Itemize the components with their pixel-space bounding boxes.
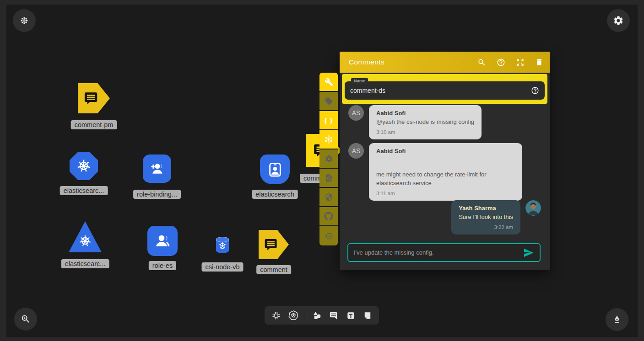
panel-title: Comments <box>349 58 477 66</box>
permissions-button[interactable] <box>319 188 338 207</box>
storage-cylinder-icon <box>215 236 230 254</box>
github-icon <box>324 212 333 221</box>
pen-nib-icon <box>612 314 622 325</box>
chat-bubble-icon <box>263 236 279 253</box>
comment-node-icon <box>78 83 110 113</box>
message-bubble: Aabid Sofi @yash the csi-node is missing… <box>369 105 482 139</box>
node-label: comment <box>256 265 291 274</box>
message-bubble: Aabid Sofi me might need to change the r… <box>369 143 522 201</box>
search-icon <box>477 58 486 67</box>
node-label: elasticsearc... <box>60 186 108 195</box>
name-field[interactable]: Name <box>345 81 545 100</box>
node-label: role-binding... <box>133 190 181 199</box>
id-badge-icon <box>266 160 284 179</box>
label-tool-button[interactable] <box>319 92 338 111</box>
wrench-icon <box>325 78 333 86</box>
json-config-button[interactable]: { } <box>319 111 338 130</box>
annotation-pen-button[interactable] <box>606 308 628 331</box>
name-field-section: Name <box>342 74 547 104</box>
node-elasticsearch-octagon[interactable]: elasticsearc... <box>70 152 98 180</box>
settings-button[interactable] <box>607 9 630 32</box>
user-photo <box>525 200 541 216</box>
comments-panel-header[interactable]: Comments <box>340 52 550 73</box>
node-settings-button[interactable] <box>319 149 338 169</box>
meshsync-button[interactable] <box>319 130 338 149</box>
role-binding-node-icon <box>143 155 171 183</box>
kubernetes-icon <box>288 310 299 321</box>
braces-icon: { } <box>325 117 333 124</box>
zoom-button[interactable] <box>14 308 37 330</box>
canvas-bottom-toolbar <box>265 306 379 325</box>
chat-message: AS Aabid Sofi me might need to change th… <box>348 143 522 201</box>
text-tool-button[interactable] <box>346 310 356 321</box>
node-action-toolbar: { } <box>319 73 338 245</box>
app-menu-button[interactable] <box>13 9 36 32</box>
toolbar-divider <box>305 310 305 321</box>
message-text: me might need to change the rate-limit f… <box>376 170 515 188</box>
gear-icon <box>325 155 333 163</box>
node-label: role-es <box>149 261 176 270</box>
kubernetes-triangle-icon <box>69 221 102 252</box>
message-time: 3:22 am <box>459 224 513 231</box>
node-role-binding[interactable]: role-binding... <box>143 155 171 183</box>
comment-input[interactable] <box>354 249 523 256</box>
node-role-es[interactable]: role-es <box>147 226 178 256</box>
source-button[interactable] <box>319 207 338 226</box>
chat-message: AS Aabid Sofi @yash the csi-node is miss… <box>348 105 482 139</box>
node-label: elasticsearc... <box>61 259 109 268</box>
kubernetes-wheel-icon <box>77 233 93 249</box>
chat-bubble-icon <box>82 90 100 107</box>
avatar <box>525 200 541 216</box>
node-elasticsearch-serviceaccount[interactable]: elasticsearch <box>260 155 290 184</box>
component-chip-icon <box>271 310 281 321</box>
node-elasticsearch-triangle[interactable]: elasticsearc... <box>69 221 102 252</box>
avatar: AS <box>348 143 364 159</box>
send-button[interactable] <box>523 247 534 258</box>
app-window: comment-pm elasticsearc... role-bi <box>0 0 644 341</box>
comment-input-wrap <box>347 243 541 262</box>
users-icon <box>153 232 172 250</box>
message-author: Yash Sharma <box>459 204 513 213</box>
cylinder-icon <box>215 236 230 254</box>
note-tool-button[interactable] <box>362 310 373 321</box>
kubernetes-tool-button[interactable] <box>288 310 299 321</box>
node-csi-node-vb[interactable]: csi-node-vb <box>215 236 230 254</box>
comment-tool-button[interactable] <box>329 310 339 321</box>
node-comment-pm[interactable]: comment-pm <box>78 83 110 113</box>
comment-node-icon <box>259 230 289 259</box>
add-user-icon <box>148 160 166 177</box>
history-icon <box>325 232 333 240</box>
inspect-resource-button[interactable] <box>319 169 338 188</box>
delete-comments-button[interactable] <box>535 58 543 66</box>
doc-search-icon <box>325 174 333 182</box>
help-icon[interactable] <box>531 86 539 95</box>
name-input[interactable] <box>350 87 531 94</box>
shapes-icon <box>312 310 322 321</box>
message-author: Aabid Sofi <box>376 147 515 156</box>
search-comments-button[interactable] <box>477 58 486 67</box>
kubernetes-octagon-icon <box>70 152 98 180</box>
message-text: @yash the csi-node is missing config <box>376 118 474 127</box>
chat-message: Yash Sharma Sure I'll look into this 3:2… <box>451 200 541 234</box>
configure-tool-button[interactable] <box>319 73 338 92</box>
node-comment[interactable]: comment <box>259 230 289 259</box>
zoom-in-icon <box>21 314 31 324</box>
note-icon <box>362 310 373 321</box>
avatar: AS <box>348 105 364 121</box>
shield-icon <box>325 193 333 202</box>
kubernetes-wheel-icon <box>75 157 92 175</box>
components-tool-button[interactable] <box>271 310 281 321</box>
history-button[interactable] <box>319 226 338 245</box>
flower-icon <box>19 16 29 26</box>
shapes-tool-button[interactable] <box>312 310 322 321</box>
meshsync-icon <box>324 135 333 144</box>
message-time: 3:10 am <box>376 128 474 136</box>
help-icon <box>497 58 505 67</box>
help-button[interactable] <box>497 58 505 67</box>
expand-panel-button[interactable] <box>516 58 525 67</box>
node-label: comment-pm <box>71 120 117 129</box>
role-node-icon <box>147 226 178 256</box>
tag-icon <box>325 97 333 106</box>
message-bubble: Yash Sharma Sure I'll look into this 3:2… <box>451 200 520 234</box>
trash-icon <box>535 58 543 66</box>
